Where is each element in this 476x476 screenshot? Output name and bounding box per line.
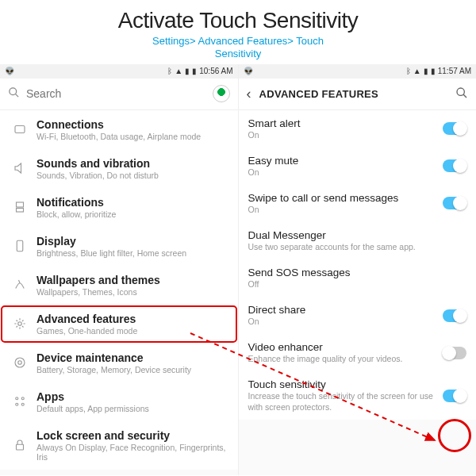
wallpaper-icon xyxy=(8,278,32,292)
connections-icon xyxy=(8,122,32,136)
row-apps[interactable]: AppsDefault apps, App permissions xyxy=(0,382,238,421)
screen-settings-root: 👽 ᛒ ▲ ▮ ▮ 10:56 AM ConnectionsWi-Fi, Blu… xyxy=(0,64,239,475)
maintenance-icon xyxy=(8,355,32,370)
svg-point-10 xyxy=(21,397,24,400)
page-title: Activate Touch Sensitivity xyxy=(0,8,476,33)
battery-icon: ▮ xyxy=(431,67,436,75)
reddit-icon: 👽 xyxy=(5,67,14,75)
svg-rect-13 xyxy=(17,444,24,450)
svg-point-6 xyxy=(18,322,22,326)
svg-point-11 xyxy=(16,403,18,405)
breadcrumb: Settings> Advanced Features> Touch Sensi… xyxy=(0,35,476,61)
row-smart-alert[interactable]: Smart alertOn xyxy=(239,110,477,148)
svg-point-14 xyxy=(457,88,464,95)
search-icon xyxy=(8,86,20,101)
status-time: 11:57 AM xyxy=(438,67,471,75)
row-display[interactable]: DisplayBrightness, Blue light filter, Ho… xyxy=(0,227,238,266)
status-bar: 👽 ᛒ ▲ ▮ ▮ 10:56 AM xyxy=(0,64,238,79)
status-time: 10:56 AM xyxy=(199,67,232,75)
svg-line-15 xyxy=(463,94,466,98)
bluetooth-icon: ᛒ xyxy=(167,67,172,75)
toggle-swipe-call[interactable] xyxy=(443,197,466,209)
battery-icon: ▮ xyxy=(192,67,197,75)
search-input[interactable] xyxy=(26,87,206,100)
advanced-list: Smart alertOn Easy muteOn Swipe to call … xyxy=(239,110,477,475)
reddit-icon: 👽 xyxy=(244,67,253,75)
row-swipe-call[interactable]: Swipe to call or send messagesOn xyxy=(239,185,477,222)
svg-rect-5 xyxy=(17,240,23,251)
status-bar: 👽 ᛒ ▲ ▮ ▮ 11:57 AM xyxy=(239,64,477,79)
wifi-icon: ▲ xyxy=(175,67,182,75)
toggle-smart-alert[interactable] xyxy=(443,122,466,135)
svg-rect-2 xyxy=(15,126,25,133)
signal-icon: ▮ xyxy=(185,67,190,75)
row-wallpapers[interactable]: Wallpapers and themesWallpapers, Themes,… xyxy=(0,266,238,305)
row-dual-messenger[interactable]: Dual MessengerUse two separate accounts … xyxy=(239,222,477,259)
apps-icon xyxy=(8,394,32,409)
topbar-title: ADVANCED FEATURES xyxy=(259,88,448,100)
toggle-touch-sensitivity[interactable] xyxy=(443,390,466,402)
row-direct-share[interactable]: Direct shareOn xyxy=(239,297,477,334)
row-easy-mute[interactable]: Easy muteOn xyxy=(239,148,477,185)
screen-advanced-features: 👽 ᛒ ▲ ▮ ▮ 11:57 AM ‹ ADVANCED FEATURES S… xyxy=(239,64,477,475)
search-icon[interactable] xyxy=(455,86,468,102)
bluetooth-icon: ᛒ xyxy=(406,67,411,75)
topbar: ‹ ADVANCED FEATURES xyxy=(239,79,477,110)
svg-rect-3 xyxy=(17,202,24,207)
row-notifications[interactable]: NotificationsBlock, allow, prioritize xyxy=(0,188,238,227)
wifi-icon: ▲ xyxy=(413,67,421,75)
svg-rect-4 xyxy=(17,209,24,213)
row-advanced-features[interactable]: Advanced featuresGames, One-handed mode xyxy=(0,305,238,344)
advanced-icon xyxy=(8,317,32,331)
display-icon xyxy=(8,239,32,253)
sound-icon xyxy=(8,161,32,175)
avatar[interactable] xyxy=(213,85,230,102)
lock-icon xyxy=(8,438,32,452)
svg-point-8 xyxy=(18,361,22,365)
signal-icon: ▮ xyxy=(424,67,428,75)
row-touch-sensitivity[interactable]: Touch sensitivityIncrease the touch sens… xyxy=(239,371,477,419)
row-send-sos[interactable]: Send SOS messagesOff xyxy=(239,259,477,297)
toggle-easy-mute[interactable] xyxy=(443,159,466,172)
svg-point-0 xyxy=(10,88,17,95)
settings-list: ConnectionsWi-Fi, Bluetooth, Data usage,… xyxy=(0,110,238,475)
back-icon[interactable]: ‹ xyxy=(247,86,251,102)
row-connections[interactable]: ConnectionsWi-Fi, Bluetooth, Data usage,… xyxy=(0,110,238,149)
row-video-enhancer[interactable]: Video enhancerEnhance the image quality … xyxy=(239,334,477,371)
row-lock-security[interactable]: Lock screen and securityAlways On Displa… xyxy=(0,421,238,470)
svg-point-7 xyxy=(15,358,25,367)
row-device-maintenance[interactable]: Device maintenanceBattery, Storage, Memo… xyxy=(0,344,238,382)
svg-point-9 xyxy=(16,397,18,400)
toggle-video-enhancer[interactable] xyxy=(443,347,466,359)
svg-line-1 xyxy=(15,94,18,97)
tutorial-header: Activate Touch Sensitivity Settings> Adv… xyxy=(0,0,476,64)
svg-point-12 xyxy=(21,403,24,405)
search-bar[interactable] xyxy=(0,79,238,110)
toggle-direct-share[interactable] xyxy=(443,309,466,322)
notifications-icon xyxy=(8,200,32,214)
row-sounds[interactable]: Sounds and vibrationSounds, Vibration, D… xyxy=(0,149,238,188)
